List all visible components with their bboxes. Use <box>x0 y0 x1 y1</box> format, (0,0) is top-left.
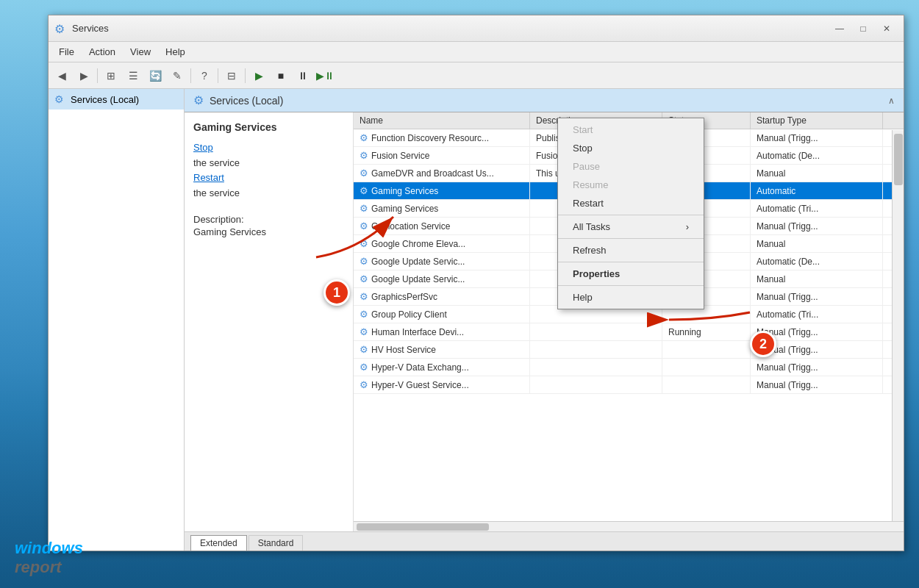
service-icon: ⚙ <box>360 326 368 337</box>
right-panel: ⚙ Services (Local) ∧ Gaming Services Sto… <box>185 89 904 551</box>
stop-link[interactable]: Stop <box>193 142 344 153</box>
service-startup-cell: Manual (Trigg... <box>751 129 883 146</box>
ctx-refresh[interactable]: Refresh <box>558 241 704 259</box>
service-row[interactable]: ⚙ Hyper-V Data Exchang... Manual (Trigg.… <box>354 359 904 376</box>
service-desc-cell <box>530 323 662 340</box>
ctx-properties[interactable]: Properties <box>558 265 704 283</box>
service-name-cell: ⚙ Function Discovery Resourc... <box>354 129 530 146</box>
maximize-button[interactable]: □ <box>852 21 874 37</box>
menu-bar: File Action View Help <box>49 42 904 62</box>
restart-service-link-group: Restart the service <box>193 172 344 199</box>
ctx-sep-2 <box>558 238 704 239</box>
service-name-cell: ⚙ Human Interface Devi... <box>354 323 530 340</box>
ctx-help[interactable]: Help <box>558 288 704 306</box>
service-row[interactable]: ⚙ Human Interface Devi... Running Manual… <box>354 323 904 341</box>
tab-extended[interactable]: Extended <box>190 535 247 551</box>
help-toolbar-button[interactable]: ? <box>194 66 215 85</box>
service-icon: ⚙ <box>360 344 368 355</box>
ctx-resume[interactable]: Resume <box>558 176 704 194</box>
stop-service-link-group: Stop the service <box>193 142 344 169</box>
menu-help[interactable]: Help <box>158 44 193 60</box>
pause-service-button[interactable]: ⏸ <box>293 66 313 85</box>
services-header-icon: ⚙ <box>193 93 204 107</box>
menu-action[interactable]: Action <box>82 44 123 60</box>
horizontal-scrollbar[interactable] <box>354 521 904 531</box>
h-scrollbar-thumb[interactable] <box>357 523 489 531</box>
col-header-startup[interactable]: Startup Type <box>751 112 883 129</box>
left-panel: ⚙ Services (Local) <box>49 89 185 551</box>
restart-link[interactable]: Restart <box>193 172 344 183</box>
refresh-toolbar-button[interactable]: 🔄 <box>145 66 165 85</box>
toolbar: ◀ ▶ ⊞ ☰ 🔄 ✎ ? ⊟ ▶ ■ ⏸ ▶⏸ <box>49 62 904 89</box>
step-2-circle: 2 <box>750 331 776 357</box>
service-name-cell: ⚙ GraphicsPerfSvc <box>354 288 530 305</box>
service-icon: ⚙ <box>360 132 368 143</box>
service-startup-cell: Automatic (De... <box>751 253 883 270</box>
service-icon: ⚙ <box>360 291 368 302</box>
col-header-name[interactable]: Name <box>354 112 530 129</box>
service-name-cell: ⚙ Google Chrome Eleva... <box>354 235 530 252</box>
service-row[interactable]: ⚙ Hyper-V Guest Service... Manual (Trigg… <box>354 376 904 394</box>
toolbar-sep-1 <box>97 68 98 83</box>
export-button[interactable]: ✎ <box>167 66 187 85</box>
ctx-stop[interactable]: Stop <box>558 139 704 157</box>
restart-text: the service <box>193 187 240 198</box>
service-startup-cell: Manual (Trigg... <box>751 218 883 234</box>
service-status-cell: Running <box>662 323 751 340</box>
list-view-button[interactable]: ☰ <box>123 66 143 85</box>
tab-standard[interactable]: Standard <box>248 535 304 551</box>
service-desc-cell <box>530 359 662 376</box>
show-hide-button[interactable]: ⊞ <box>101 66 121 85</box>
service-icon: ⚙ <box>360 238 368 249</box>
service-icon: ⚙ <box>360 273 368 284</box>
service-status-cell <box>662 341 751 358</box>
services-local-nav[interactable]: ⚙ Services (Local) <box>49 89 184 110</box>
start-service-button[interactable]: ▶ <box>248 66 269 85</box>
service-name-cell: ⚙ Geolocation Service <box>354 218 530 234</box>
watermark-report: report <box>15 558 62 576</box>
service-name-cell: ⚙ Hyper-V Guest Service... <box>354 376 530 393</box>
ctx-sep-1 <box>558 215 704 215</box>
menu-file[interactable]: File <box>51 44 82 60</box>
services-window: ⚙ Services — □ ✕ File Action View Help ◀… <box>48 15 904 551</box>
services-local-icon: ⚙ <box>54 93 66 105</box>
service-startup-cell: Automatic (De... <box>751 147 883 164</box>
service-name-cell: ⚙ Google Update Servic... <box>354 270 530 287</box>
watermark: windows report <box>15 539 83 577</box>
service-name-cell: ⚙ Gaming Services <box>354 182 530 199</box>
service-status-cell <box>662 376 751 393</box>
services-header: ⚙ Services (Local) ∧ <box>185 89 904 112</box>
service-icon: ⚙ <box>360 379 368 390</box>
back-button[interactable]: ◀ <box>51 66 72 85</box>
title-bar-buttons: — □ ✕ <box>829 21 898 37</box>
service-icon: ⚙ <box>360 220 368 232</box>
service-name-cell: ⚙ GameDVR and Broadcast Us... <box>354 165 530 182</box>
main-content: ⚙ Services (Local) ⚙ Services (Local) ∧ … <box>49 89 904 551</box>
v-scrollbar-thumb[interactable] <box>894 134 903 185</box>
service-icon: ⚙ <box>360 362 368 373</box>
service-startup-cell: Automatic <box>751 182 883 199</box>
ctx-pause[interactable]: Pause <box>558 157 704 176</box>
ctx-start[interactable]: Start <box>558 121 704 139</box>
minimize-button[interactable]: — <box>829 21 851 37</box>
description-text: Gaming Services <box>193 226 344 237</box>
service-startup-cell: Manual <box>751 270 883 287</box>
watermark-text: windows report <box>15 539 83 577</box>
window-title: Services <box>72 23 829 34</box>
vertical-scrollbar[interactable] <box>892 130 904 521</box>
service-row[interactable]: ⚙ HV Host Service Manual (Trigg... <box>354 341 904 359</box>
window-icon: ⚙ <box>54 22 68 35</box>
stop-service-button[interactable]: ■ <box>271 66 291 85</box>
service-name-cell: ⚙ Gaming Services <box>354 200 530 217</box>
menu-view[interactable]: View <box>123 44 158 60</box>
ctx-restart[interactable]: Restart <box>558 194 704 212</box>
service-name-cell: ⚙ Google Update Servic... <box>354 253 530 270</box>
close-button[interactable]: ✕ <box>876 21 898 37</box>
service-icon: ⚙ <box>360 256 368 267</box>
ctx-all-tasks[interactable]: All Tasks › <box>558 218 704 236</box>
restart-service-button[interactable]: ▶⏸ <box>315 66 335 85</box>
forward-button[interactable]: ▶ <box>74 66 94 85</box>
console-button[interactable]: ⊟ <box>221 66 242 85</box>
service-startup-cell: Manual (Trigg... <box>751 288 883 305</box>
service-status-cell <box>662 359 751 376</box>
